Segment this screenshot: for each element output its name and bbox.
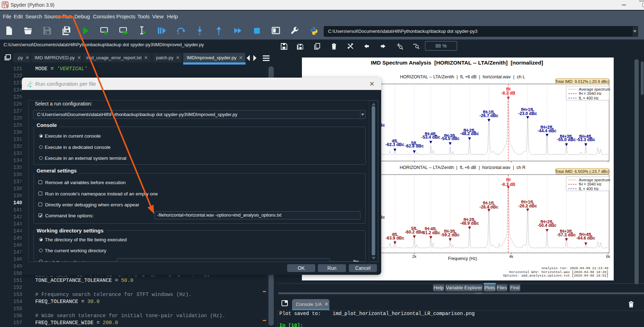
svg-text:-57.3 dBc: -57.3 dBc — [557, 232, 576, 237]
svg-text:Average spectrum: Average spectrum — [579, 87, 610, 91]
svg-text:4k: 4k — [509, 254, 513, 259]
svg-text:fL = 400 Hz: fL = 400 Hz — [579, 96, 599, 100]
svg-text:fH = 3940 Hz: fH = 3940 Hz — [579, 91, 602, 96]
svg-text:-55.0 dBc: -55.0 dBc — [557, 137, 576, 142]
svg-text:6k: 6k — [606, 254, 610, 259]
svg-text:-8.2 dB: -8.2 dB — [501, 91, 515, 96]
svg-text:-59.2 dBc: -59.2 dBc — [441, 232, 460, 237]
svg-text:fH: fH — [506, 177, 510, 182]
svg-text:-62.8 dBc: -62.8 dBc — [405, 144, 424, 149]
svg-text:-48.9 dBc: -48.9 dBc — [460, 221, 479, 226]
svg-text:Horizontal WAV: horizontal.wa: Horizontal WAV: horizontal.wav [2026-04-… — [509, 270, 608, 274]
svg-text:-61.2 dBc: -61.2 dBc — [421, 230, 440, 235]
svg-text:-8.1 dB: -8.1 dB — [501, 182, 515, 187]
svg-text:IMD Spectrum Analysis [HORIZO: IMD Spectrum Analysis [HORIZONTAL -- LTA… — [371, 60, 543, 66]
svg-text:-26.7 dBc: -26.7 dBc — [479, 113, 499, 118]
svg-text:-48.2 dBc: -48.2 dBc — [460, 131, 479, 136]
svg-text:Total IMD: 9.012% (-20.9 dBc): Total IMD: 9.012% (-20.9 dBc) — [555, 79, 609, 84]
svg-text:Total IMD: 6.503% (-23.7 dBc): Total IMD: 6.503% (-23.7 dBc) — [555, 169, 609, 174]
svg-text:-60.2 dBc: -60.2 dBc — [405, 230, 424, 235]
svg-text:-54.5 dBc: -54.5 dBc — [441, 136, 460, 141]
svg-text:88 %: 88 % — [435, 43, 447, 49]
svg-text:Average spectrum: Average spectrum — [579, 178, 610, 182]
svg-text:-62.3 dBc: -62.3 dBc — [385, 142, 404, 147]
svg-text:fL = 400 Hz: fL = 400 Hz — [579, 187, 599, 191]
svg-text:-64.6 dBc: -64.6 dBc — [576, 236, 595, 241]
svg-text:-53.4 dBc: -53.4 dBc — [421, 135, 440, 140]
svg-text:-50.4 dBc: -50.4 dBc — [538, 223, 557, 228]
svg-text:2k: 2k — [412, 254, 416, 259]
svg-text:Analysis run: 2026-04-09 21:2: Analysis run: 2026-04-09 21:23:48 — [541, 266, 608, 270]
svg-text:Frequency (Hz): Frequency (Hz) — [448, 256, 477, 261]
svg-text:-63.9 dBc: -63.9 dBc — [385, 236, 404, 241]
svg-text:-53.3 dBc: -53.3 dBc — [576, 137, 595, 142]
svg-text:HORIZONTAL -- LTA/Zenith | f: HORIZONTAL -- LTA/Zenith | fL +6 dB | ho… — [400, 74, 525, 79]
svg-text:HORIZONTAL -- LTA/Zenith | f: HORIZONTAL -- LTA/Zenith | fL +6 dB | ho… — [400, 165, 525, 170]
svg-text:fH = 3940 Hz: fH = 3940 Hz — [579, 182, 602, 186]
svg-text:-23.0 dBc: -23.0 dBc — [518, 111, 537, 116]
svg-text:-28.4 dBc: -28.4 dBc — [479, 205, 499, 210]
svg-text:-26.2 dBc: -26.2 dBc — [518, 204, 537, 208]
svg-text:Options: imd_analysis_options: Options: imd_analysis_options.txt [2026-… — [503, 274, 608, 278]
svg-text:-44.4 dBc: -44.4 dBc — [538, 128, 557, 133]
